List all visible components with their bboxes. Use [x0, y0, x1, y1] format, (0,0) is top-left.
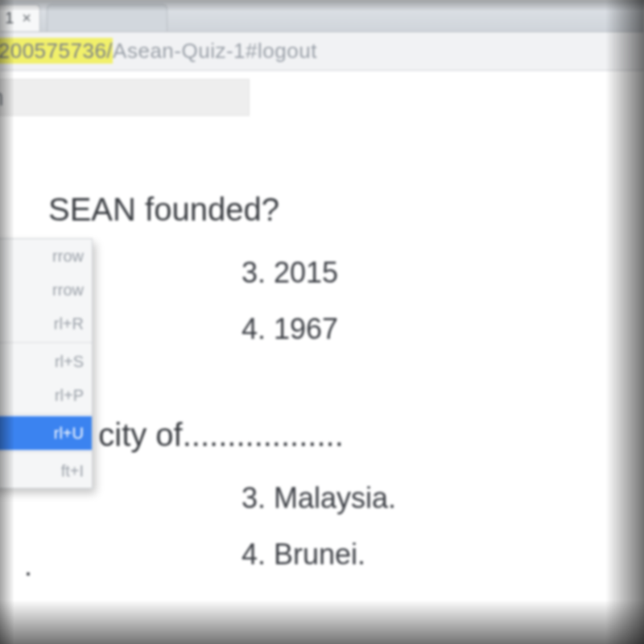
browser-tab-active[interactable]: 1 ×: [0, 4, 40, 31]
context-menu-item[interactable]: rrow: [0, 239, 92, 273]
question-1-option-3[interactable]: 3. 2015: [242, 256, 338, 290]
close-icon[interactable]: ×: [22, 9, 31, 27]
context-menu-item[interactable]: rl+P: [0, 378, 92, 412]
context-menu-item-selected[interactable]: rl+U: [0, 416, 92, 450]
question-1-text: SEAN founded?: [48, 192, 279, 228]
context-menu-separator: [0, 414, 92, 415]
question-1-option-4[interactable]: 4. 1967: [242, 312, 338, 346]
search-placeholder-fragment: ch: [0, 84, 4, 111]
context-menu-item[interactable]: rl+R: [0, 307, 92, 341]
address-bar[interactable]: /200575736/Asean-Quiz-1#logout: [0, 32, 644, 71]
question-2-option-3[interactable]: 3. Malaysia.: [242, 481, 396, 515]
search-input[interactable]: ch: [0, 79, 250, 116]
context-menu-item[interactable]: rrow: [0, 273, 92, 307]
context-menu: rrow rrow rl+R rl+S rl+P rl+U ft+I: [0, 238, 93, 489]
tab-title: 1: [5, 9, 14, 27]
question-2-left-option-fragment[interactable]: .: [24, 549, 32, 583]
page-content: ch SEAN founded? 3. 2015 4. 1967 ital ci…: [0, 71, 644, 644]
url-rest: Asean-Quiz-1#logout: [113, 39, 317, 63]
url-highlighted-segment: /200575736/: [0, 38, 113, 64]
browser-tab-inactive[interactable]: [47, 4, 167, 31]
url-text: /200575736/Asean-Quiz-1#logout: [0, 39, 317, 64]
browser-tab-strip: 1 ×: [0, 0, 644, 32]
context-menu-separator: [0, 452, 92, 452]
context-menu-separator: [0, 342, 92, 343]
question-2-text: ital city of..................: [48, 417, 344, 453]
question-2-option-4[interactable]: 4. Brunei.: [242, 538, 365, 572]
context-menu-item[interactable]: rl+S: [0, 345, 92, 378]
context-menu-item[interactable]: ft+I: [0, 454, 92, 488]
